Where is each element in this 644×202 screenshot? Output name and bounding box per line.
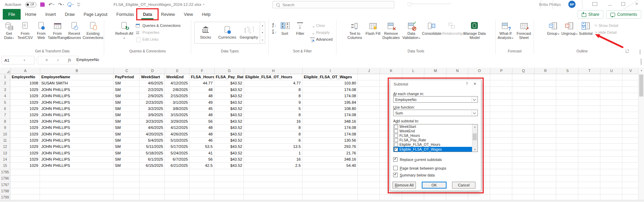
add-subtotal-listbox[interactable]: ▲ ▼ WeekStartWeekEndFLSA_HoursFLSA_Pay_R… [393,124,478,152]
cell-F6[interactable]: 45 [190,106,214,112]
cell-B6[interactable]: JOHN PHILLIPS [40,106,114,112]
cell-D4[interactable]: 2/9/2025 [140,93,165,99]
cell-B12[interactable]: JOHN PHILLIPS [40,144,114,150]
cell-J1798[interactable] [358,188,380,194]
subtotal-list-item-Eligible_FLSA_OT_Wages[interactable]: Eligible_FLSA_OT_Wages [394,147,473,151]
ribbon-button-geography[interactable]: Geography [238,22,260,43]
autosave-toggle[interactable]: Off [25,2,36,7]
cell-P8[interactable] [490,119,512,125]
col-header-F[interactable]: F [190,68,215,74]
ribbon-button-what-if-analysis[interactable]: ? What-If Analysis [497,20,514,40]
cell-F1795[interactable] [190,169,214,175]
cell-G10[interactable]: $43.52 [214,131,244,138]
scrollbar-thumb[interactable] [639,74,643,97]
cell-B5[interactable]: JOHN PHILLIPS [40,100,114,106]
undo-button[interactable]: ↶▾ [49,2,54,7]
col-header-Q[interactable]: Q [513,68,535,74]
cell-H8[interactable]: 16 [244,119,302,125]
cell-C3[interactable]: SM [114,87,140,93]
cell-P6[interactable] [490,106,512,112]
dialog-help-button[interactable]: ? [466,82,468,86]
cell-R1798[interactable] [534,188,556,194]
ribbon-button-sort[interactable]: ZAAZ Sort [278,20,292,36]
cell-J9[interactable] [358,125,380,131]
cell-P14[interactable] [490,156,512,163]
cell-P1797[interactable] [490,182,512,188]
cell-V9[interactable] [622,125,638,131]
subtotal-list-item-FLSA_Hours[interactable]: FLSA_Hours [394,133,473,138]
cell-I1798[interactable] [302,188,358,194]
cell-R7[interactable] [534,112,556,118]
cell-Q1798[interactable] [512,188,534,194]
cell-F3[interactable]: 48 [190,87,214,93]
ok-button[interactable]: OK [422,182,447,189]
scroll-up-icon[interactable]: ▲ [472,124,477,129]
cell-A1[interactable]: EmployeeNo [10,74,40,80]
cell-I6[interactable]: 108.80 [302,106,358,112]
cell-S15[interactable] [556,163,578,169]
cell-U3[interactable] [600,87,622,93]
cell-I1797[interactable] [302,182,358,188]
cell-Q10[interactable] [512,131,534,138]
ribbon-display-options-button[interactable] [592,2,597,6]
cell-C4[interactable]: SM [114,93,140,99]
cell-T1795[interactable] [578,169,600,175]
cell-S9[interactable] [556,125,578,131]
cell-T10[interactable] [578,131,600,138]
close-button[interactable]: ✕ [635,2,638,6]
cell-C1798[interactable] [114,188,140,194]
ribbon-button-manage-data-model[interactable]: Manage Data Model [463,20,487,40]
cell-E1[interactable]: WeekEnd [165,74,190,80]
cell-E2[interactable]: 4/12/2025 [165,80,190,87]
cell-E7[interactable]: 3/15/2025 [165,112,190,118]
row-header-5[interactable]: 5 [0,100,10,106]
cell-E15[interactable]: 6/21/2025 [165,163,190,169]
dialog-close-icon[interactable]: ✕ [473,82,476,86]
cell-E13[interactable]: 5/24/2025 [165,150,190,156]
cell-J11[interactable] [358,138,380,144]
cell-S1[interactable] [556,74,578,80]
cell-U1798[interactable] [600,188,622,194]
cell-D11[interactable]: 5/4/2025 [140,138,165,144]
replace-current-subtotals-checkbox[interactable]: Replace current subtotals [393,157,442,162]
col-header-T[interactable]: T [579,68,601,74]
cell-A1797[interactable] [10,182,40,188]
cell-A7[interactable]: 1029 [10,112,40,118]
cell-E1798[interactable] [165,188,190,194]
cell-Q15[interactable] [512,163,534,169]
cell-J13[interactable] [358,150,380,156]
col-header-J[interactable]: J [358,68,380,74]
cell-C1796[interactable] [114,175,140,182]
touch-mode-button[interactable]: ▾ [67,2,73,7]
listbox-scrollbar[interactable]: ▲ ▼ [472,124,477,152]
cell-Q1796[interactable] [512,175,534,182]
cell-G6[interactable]: $43.52 [214,106,244,112]
cell-C1797[interactable] [114,182,140,188]
cell-F1798[interactable] [190,188,214,194]
chevron-down-icon[interactable] [471,97,477,102]
cell-T1798[interactable] [578,188,600,194]
cell-R10[interactable] [534,131,556,138]
tab-formulas[interactable]: Formulas [112,9,138,20]
cell-H12[interactable]: 13.5 [244,144,302,150]
cell-H10[interactable]: 8 [244,131,302,138]
cell-S4[interactable] [556,93,578,99]
cell-S1798[interactable] [556,188,578,194]
cell-U1797[interactable] [600,182,622,188]
share-button[interactable]: Share [578,10,603,19]
cell-U7[interactable] [600,112,622,118]
cell-T1797[interactable] [578,182,600,188]
tab-view[interactable]: View [179,9,197,20]
sort-descending-button[interactable]: ZA↓ [272,29,276,34]
cell-R1796[interactable] [534,175,556,182]
cell-H3[interactable]: 8 [244,87,302,93]
cell-U6[interactable] [600,106,622,112]
cell-S1797[interactable] [556,182,578,188]
cell-R11[interactable] [534,138,556,144]
cell-E14[interactable]: 6/7/2025 [165,156,190,163]
cell-D10[interactable]: 4/20/2025 [140,131,165,138]
cell-H5[interactable]: 9 [244,100,302,106]
cell-J8[interactable] [358,119,380,125]
row-header-1796[interactable]: 1796 [0,175,10,182]
cell-U5[interactable] [600,100,622,106]
